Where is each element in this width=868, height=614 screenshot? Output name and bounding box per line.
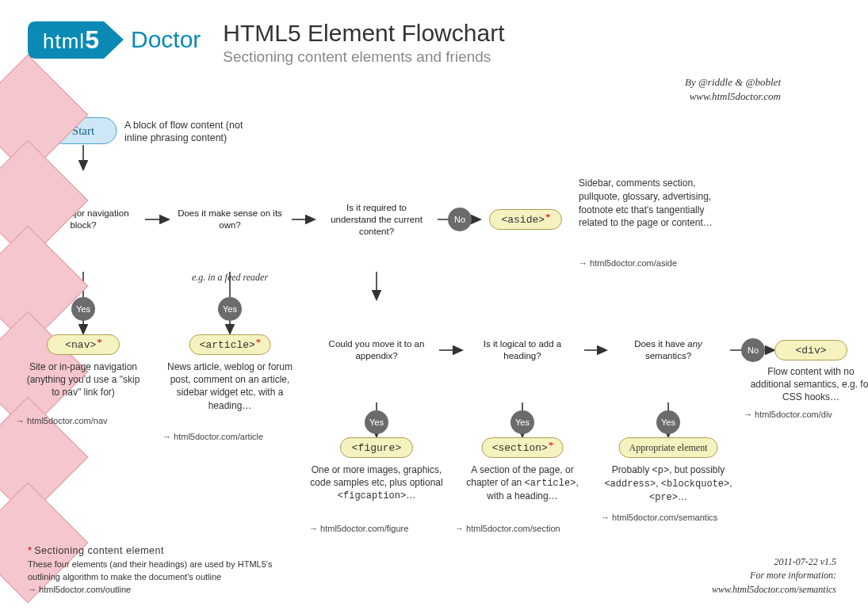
title-block: HTML5 Element Flowchart Sectioning conte… (223, 20, 504, 66)
semantics-description: Probably <p>, but possibly <address>, <b… (602, 463, 735, 505)
footnote-body: These four elements (and their headings)… (28, 559, 272, 582)
start-description: A block of flow content (not inline phra… (124, 119, 263, 145)
decision-semantics-label: Does it have any semantics? (614, 338, 722, 362)
div-description: Flow content with no additional semantic… (750, 365, 869, 404)
logo-doctor-text: Doctor (131, 26, 201, 53)
result-article: <article>* (189, 334, 271, 355)
page-subtitle: Sectioning content elements and friends (223, 48, 504, 66)
logo-mark: html5 (28, 20, 123, 59)
semantics-link: → html5doctor.com/semantics (601, 513, 736, 522)
result-aside: <aside>* (489, 209, 562, 230)
decision-aside-label: Is it required to understand the current… (323, 202, 430, 238)
article-yes-badge: Yes (218, 297, 242, 321)
section-description: A section of the page, or chapter of an … (460, 463, 585, 503)
div-link: → html5doctor.com/div (744, 410, 868, 419)
decision-article-label: Does it make sense on its own? (176, 208, 284, 231)
logo-5-text: 5 (85, 25, 100, 54)
section-link: → html5doctor.com/section (455, 524, 590, 533)
section-yes-badge: Yes (510, 410, 534, 434)
footnote-title: Sectioning content element (34, 545, 164, 556)
logo: html5 Doctor (28, 20, 201, 59)
flowchart: Start A block of flow content (not inlin… (28, 115, 840, 551)
result-figure: <figure> (340, 437, 413, 458)
version-block: 2011-07-22 v1.5 For more information: ww… (712, 555, 836, 597)
byline-authors: By @riddle & @boblet (685, 75, 781, 90)
article-annotation: e.g. in a feed reader (186, 272, 273, 284)
result-section: <section>* (482, 437, 564, 458)
result-semantics: Appropriate element (619, 437, 718, 458)
nav-description: Site or in-page navigation (anything you… (22, 360, 145, 399)
aside-description: Sidebar, comments section, pullquote, gl… (579, 177, 717, 230)
figure-yes-badge: Yes (365, 410, 388, 434)
footnote: * Sectioning content element These four … (28, 543, 289, 597)
semantics-no-badge: No (741, 338, 765, 362)
article-description: News article, weblog or forum post, comm… (165, 360, 296, 412)
result-nav: <nav>* (47, 334, 120, 355)
header: html5 Doctor HTML5 Element Flowchart Sec… (28, 20, 840, 66)
nav-link: → html5doctor.com/nav (16, 416, 151, 425)
semantics-yes-badge: Yes (656, 410, 680, 434)
figure-link: → html5doctor.com/figure (309, 524, 444, 533)
aside-link: → html5doctor.com/aside (579, 258, 713, 268)
footnote-star: * (28, 544, 32, 556)
page-title: HTML5 Element Flowchart (223, 20, 504, 47)
version-date: 2011-07-22 v1.5 (712, 555, 836, 569)
version-url: www.html5doctor.com/semantics (712, 583, 836, 597)
aside-no-badge: No (448, 208, 472, 231)
decision-section-label: Is it logical to add a heading? (468, 338, 576, 362)
logo-html-text: html (43, 29, 85, 53)
figure-description: One or more images, graphics, code sampl… (310, 463, 443, 503)
byline-url: www.html5doctor.com (685, 90, 781, 104)
article-link: → html5doctor.com/article (163, 432, 297, 441)
footnote-link: → html5doctor.com/outline (28, 585, 131, 594)
version-more: For more information: (712, 569, 836, 582)
byline: By @riddle & @boblet www.html5doctor.com (685, 75, 781, 103)
result-div: <div> (774, 340, 847, 360)
nav-yes-badge: Yes (71, 297, 95, 321)
decision-figure-label: Could you move it to an appendix? (323, 338, 430, 362)
